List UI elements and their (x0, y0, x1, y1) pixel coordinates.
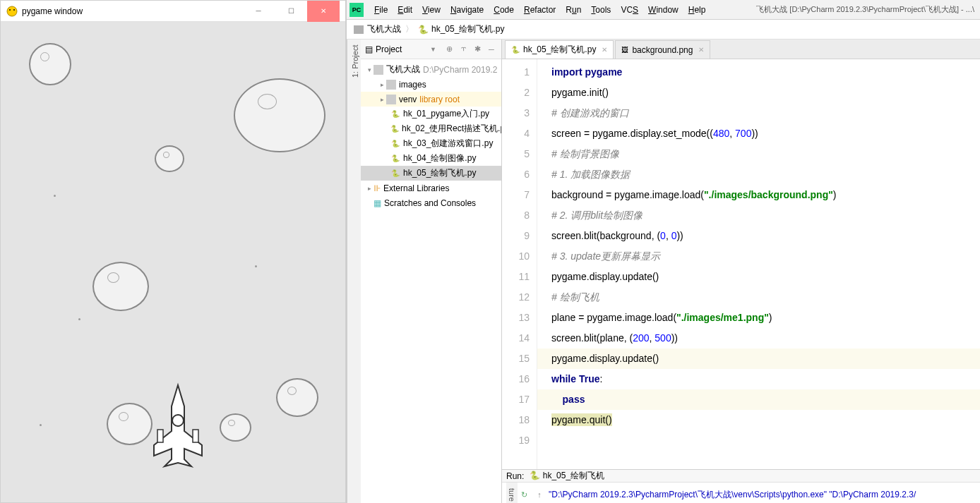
tree-file[interactable]: hk_04_绘制图像.py (361, 151, 501, 166)
python-file-icon: 🐍 (511, 46, 520, 54)
run-label: Run: (506, 471, 524, 481)
tree-folder-images[interactable]: ▸ images (361, 77, 501, 92)
close-button[interactable]: ✕ (307, 1, 340, 22)
tree-scratches[interactable]: ▦ Scratches and Consoles (361, 195, 501, 210)
pygame-window: pygame window ─ ☐ ✕ (0, 0, 346, 503)
code-editor[interactable]: 12345678910111213141516171819 import pyg… (502, 59, 980, 469)
menu-file[interactable]: File (369, 5, 393, 15)
svg-point-1 (9, 9, 11, 11)
sidebar-structure-tab[interactable]: ture (506, 483, 518, 503)
run-panel-tabs: Run: 🐍 hk_05_绘制飞机 (502, 470, 980, 483)
pygame-icon (6, 6, 18, 17)
python-file-icon: 🐍 (418, 25, 429, 35)
menu-navigate[interactable]: Navigate (446, 5, 489, 15)
tree-external-libs[interactable]: ▸⊪ External Libraries (361, 181, 501, 195)
svg-rect-4 (157, 430, 163, 442)
menubar: PC File Edit View Navigate Code Refactor… (347, 0, 980, 20)
expand-icon[interactable]: ⥾ (458, 44, 469, 55)
hide-icon[interactable]: ─ (486, 44, 497, 55)
pycharm-logo-icon: PC (349, 3, 364, 17)
menu-edit[interactable]: Edit (393, 5, 417, 15)
breadcrumb[interactable]: 飞机大战 〉 🐍 hk_05_绘制飞机.py (347, 20, 980, 40)
sidebar-tab-project[interactable]: 1: Project (347, 40, 361, 503)
editor-tab[interactable]: 🖼 background.png ✕ (615, 40, 710, 59)
editor-area: 🐍 hk_05_绘制飞机.py ✕ 🖼 background.png ✕ 123… (502, 40, 980, 503)
breadcrumb-project[interactable]: 飞机大战 (367, 23, 401, 35)
run-tab[interactable]: 🐍 hk_05_绘制飞机 (524, 470, 610, 482)
tree-file[interactable]: hk_03_创建游戏窗口.py (361, 136, 501, 151)
folder-icon: ▤ (365, 44, 373, 54)
maximize-button[interactable]: ☐ (275, 1, 307, 22)
run-output: ture ↻ ↑ "D:\PyCharm 2019.2.3\PycharmPro… (502, 483, 980, 503)
window-controls: ─ ☐ ✕ (242, 1, 340, 22)
locate-icon[interactable]: ⊕ (443, 44, 455, 55)
run-output-text: "D:\PyCharm 2019.2.3\PycharmProject\飞机大战… (549, 489, 916, 501)
project-tree-panel: ▤ Project ▼ ⊕ ⥾ ✱ ─ ▾ 飞机大战 D:\PyCharm 20… (361, 40, 502, 503)
close-tab-icon[interactable]: ✕ (698, 46, 704, 54)
svg-point-2 (13, 9, 15, 11)
menu-refactor[interactable]: Refactor (519, 5, 561, 15)
menu-vcs[interactable]: VCS (616, 5, 643, 15)
plane-sprite (142, 382, 214, 471)
tree-folder-venv[interactable]: ▸ venv library root (361, 92, 501, 107)
pygame-titlebar[interactable]: pygame window ─ ☐ ✕ (1, 1, 345, 22)
svg-rect-5 (193, 430, 198, 442)
project-tree: ▾ 飞机大战 D:\PyCharm 2019.2 ▸ images ▸ venv… (361, 59, 501, 213)
editor-tab-active[interactable]: 🐍 hk_05_绘制飞机.py ✕ (505, 40, 614, 59)
menu-view[interactable]: View (417, 5, 446, 15)
run-panel: Run: 🐍 hk_05_绘制飞机 ture ↻ ↑ "D:\PyCharm 2… (502, 469, 980, 503)
code-content[interactable]: import pygamepygame.init()# 创建游戏的窗口scree… (537, 59, 980, 469)
menu-help[interactable]: Help (683, 5, 711, 15)
breadcrumb-file[interactable]: hk_05_绘制飞机.py (431, 23, 504, 35)
tree-file[interactable]: hk_01_pygame入门.py (361, 107, 501, 121)
project-header-title[interactable]: Project (376, 44, 402, 54)
up-icon[interactable]: ↑ (533, 488, 546, 501)
menu-tools[interactable]: Tools (586, 5, 616, 15)
pygame-title: pygame window (22, 6, 242, 16)
editor-tabs: 🐍 hk_05_绘制飞机.py ✕ 🖼 background.png ✕ (502, 40, 980, 59)
settings-icon[interactable]: ✱ (472, 44, 483, 55)
pygame-canvas (1, 22, 345, 502)
svg-point-0 (7, 6, 17, 16)
project-panel-header: ▤ Project ▼ ⊕ ⥾ ✱ ─ (361, 40, 501, 59)
tree-root[interactable]: ▾ 飞机大战 D:\PyCharm 2019.2 (361, 62, 501, 77)
menu-code[interactable]: Code (489, 5, 519, 15)
minimize-button[interactable]: ─ (242, 1, 275, 22)
tree-file-selected[interactable]: hk_05_绘制飞机.py (361, 166, 501, 181)
line-gutter: 12345678910111213141516171819 (502, 59, 537, 469)
menu-run[interactable]: Run (561, 5, 586, 15)
folder-icon (354, 25, 364, 34)
close-tab-icon[interactable]: ✕ (602, 46, 607, 54)
tree-file[interactable]: hk_02_使用Rect描述飞机.p (361, 121, 501, 136)
menu-window[interactable]: Window (643, 5, 683, 15)
window-title: 飞机大战 [D:\PyCharm 2019.2.3\PycharmProject… (756, 4, 980, 15)
pycharm-ide: PC File Edit View Navigate Code Refactor… (346, 0, 980, 503)
image-file-icon: 🖼 (621, 46, 628, 54)
python-icon: 🐍 (530, 471, 540, 480)
rerun-icon[interactable]: ↻ (518, 488, 530, 501)
